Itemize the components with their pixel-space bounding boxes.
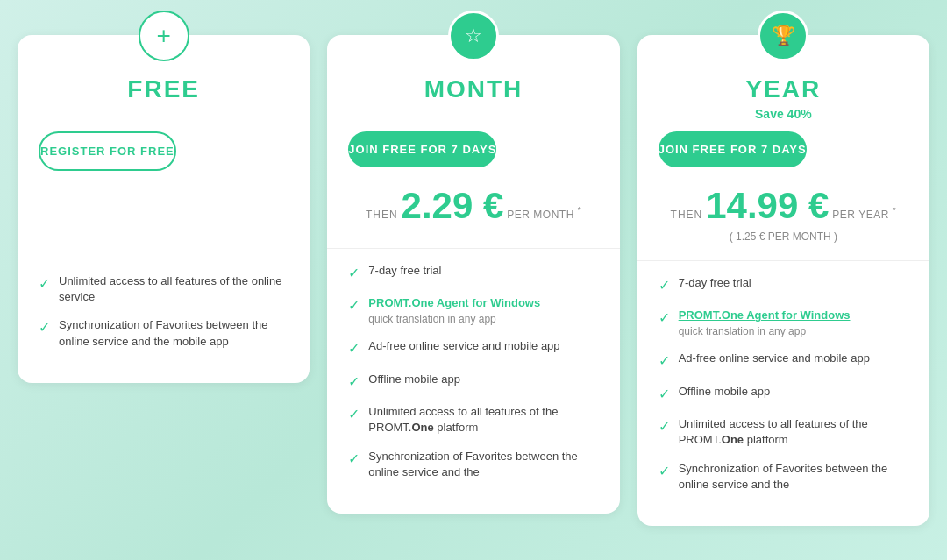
check-icon: ✓ — [348, 264, 360, 283]
list-item: ✓ Offline mobile app — [659, 384, 908, 404]
year-features-list: ✓ 7-day free trial ✓ PROMT.One Agent for… — [637, 275, 929, 493]
feature-text: PROMT.One Agent for Windows quick transl… — [368, 295, 540, 326]
year-price-amount: 14.99 € — [706, 185, 829, 227]
feature-text: Synchronization of Favorites between the… — [679, 461, 908, 493]
feature-sub-text: quick translation in any app — [679, 324, 851, 339]
month-price-amount: 2.29 € — [402, 185, 504, 227]
list-item: ✓ PROMT.One Agent for Windows quick tran… — [659, 308, 908, 338]
star-icon: ☆ — [448, 11, 499, 61]
list-item: ✓ Offline mobile app — [348, 372, 598, 392]
check-icon: ✓ — [659, 417, 670, 436]
check-icon: ✓ — [659, 308, 670, 328]
month-join-button[interactable]: JOIN FREE FOR 7 DAYS — [348, 131, 496, 167]
year-plan-title: YEAR — [637, 75, 929, 103]
check-icon: ✓ — [659, 385, 670, 404]
check-icon: ✓ — [348, 372, 360, 392]
check-icon: ✓ — [348, 405, 360, 424]
feature-text: Offline mobile app — [679, 384, 771, 400]
price-then-label: THEN — [366, 209, 398, 221]
feature-text: 7-day free trial — [368, 263, 441, 279]
month-plan-card: ☆ MONTH JOIN FREE FOR 7 DAYS THEN 2.29 €… — [327, 35, 619, 514]
feature-text: 7-day free trial — [679, 275, 751, 291]
year-join-button[interactable]: JOIN FREE FOR 7 DAYS — [659, 131, 807, 167]
feature-text: Synchronization of Favorites between the… — [59, 317, 288, 349]
month-plan-icon-wrapper: ☆ — [327, 11, 619, 61]
check-icon: ✓ — [39, 274, 50, 294]
month-plan-title: MONTH — [327, 75, 619, 103]
free-plan-icon-wrapper: + — [18, 11, 310, 61]
year-plan-card: 🏆 YEAR Save 40% JOIN FREE FOR 7 DAYS THE… — [637, 35, 929, 526]
list-item: ✓ Unlimited access to all features of th… — [348, 404, 598, 436]
list-item: ✓ Synchronization of Favorites between t… — [39, 317, 288, 349]
list-item: ✓ 7-day free trial — [348, 263, 598, 283]
list-item: ✓ Unlimited access to all features of th… — [39, 273, 288, 305]
year-price-row: THEN 14.99 € PER YEAR * — [637, 185, 929, 227]
check-icon: ✓ — [348, 296, 360, 315]
list-item: ✓ Ad-free online service and mobile app — [348, 338, 598, 358]
feature-text: Unlimited access to all features of the … — [59, 273, 288, 305]
free-plan-title: FREE — [18, 75, 310, 103]
register-free-button[interactable]: REGISTER FOR FREE — [39, 131, 176, 171]
list-item: ✓ 7-day free trial — [659, 275, 908, 295]
free-plan-card: + FREE REGISTER FOR FREE ✓ Unlimited acc… — [18, 35, 310, 383]
feature-text: Ad-free online service and mobile app — [679, 351, 870, 366]
feature-text: Offline mobile app — [368, 372, 460, 387]
promt-agent-link-year[interactable]: PROMT.One Agent for Windows — [679, 308, 851, 322]
month-features-list: ✓ 7-day free trial ✓ PROMT.One Agent for… — [327, 263, 619, 480]
feature-text: Synchronization of Favorites between the… — [368, 449, 598, 480]
month-price-row: THEN 2.29 € PER MONTH * — [327, 185, 619, 227]
year-plan-icon-wrapper: 🏆 — [637, 11, 929, 61]
check-icon: ✓ — [348, 450, 360, 469]
feature-sub-text: quick translation in any app — [368, 312, 540, 327]
check-icon: ✓ — [659, 351, 670, 371]
list-item: ✓ Unlimited access to all features of th… — [659, 416, 908, 448]
list-item: ✓ PROMT.One Agent for Windows quick tran… — [348, 295, 598, 326]
year-price-sub: ( 1.25 € PER MONTH ) — [637, 230, 929, 243]
month-price-period: PER MONTH * — [507, 206, 581, 221]
feature-text: Unlimited access to all features of the … — [679, 416, 908, 448]
trophy-icon: 🏆 — [758, 11, 808, 61]
year-price-period: PER YEAR * — [832, 206, 896, 221]
feature-text: Unlimited access to all features of the … — [368, 404, 598, 436]
check-icon: ✓ — [348, 339, 360, 358]
list-item: ✓ Synchronization of Favorites between t… — [659, 461, 908, 493]
feature-text: PROMT.One Agent for Windows quick transl… — [679, 308, 851, 338]
check-icon: ✓ — [39, 318, 50, 337]
check-icon: ✓ — [659, 276, 670, 295]
feature-text: Ad-free online service and mobile app — [368, 338, 559, 354]
promt-agent-link-month[interactable]: PROMT.One Agent for Windows — [368, 296, 540, 309]
check-icon: ✓ — [659, 462, 670, 481]
list-item: ✓ Synchronization of Favorites between t… — [348, 449, 598, 480]
plus-icon: + — [139, 11, 189, 61]
free-features-list: ✓ Unlimited access to all features of th… — [18, 273, 310, 350]
pricing-container: + FREE REGISTER FOR FREE ✓ Unlimited acc… — [18, 35, 929, 526]
list-item: ✓ Ad-free online service and mobile app — [659, 351, 908, 371]
price-then-label: THEN — [671, 209, 703, 221]
save-badge: Save 40% — [637, 107, 929, 121]
